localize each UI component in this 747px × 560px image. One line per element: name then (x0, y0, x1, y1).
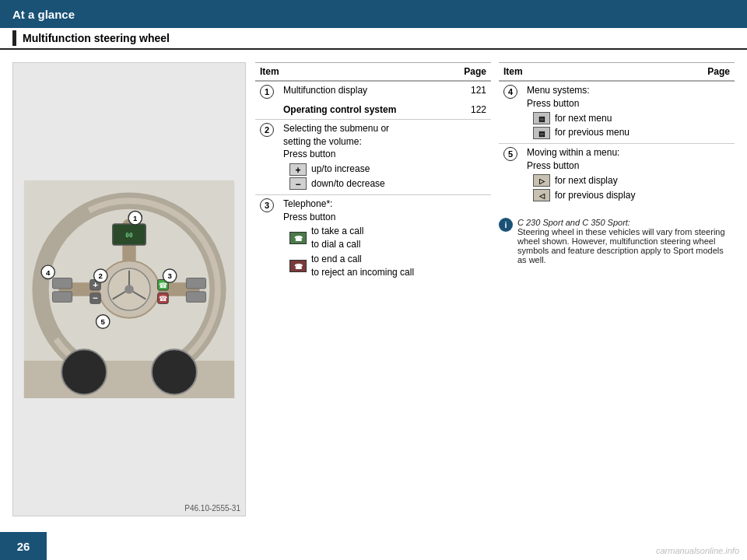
table-row: 2 Selecting the submenu orsetting the vo… (255, 119, 491, 194)
svg-rect-10 (53, 292, 72, 303)
right-table-section: Item Page 4 Menu systems:Press button ▤ (499, 62, 735, 516)
svg-point-34 (61, 349, 107, 394)
sub-item-next-menu: ▤ for next menu (527, 112, 698, 125)
left-col-page: Page (459, 63, 491, 82)
phone-green-label: to take a callto dial a call (311, 225, 363, 251)
svg-rect-33 (24, 361, 234, 398)
sub-header-title: Multifunction steering wheel (23, 32, 170, 44)
sub-header: Multifunction steering wheel (0, 28, 747, 50)
svg-text:☎: ☎ (159, 295, 167, 303)
plus-label: up/to increase (311, 163, 370, 176)
info-note: i C 230 Sport and C 350 Sport:Steering w… (499, 218, 735, 264)
minus-label: down/to decrease (311, 177, 385, 191)
phone-green-icon: ☎ (289, 232, 307, 244)
svg-rect-11 (186, 278, 205, 289)
next-menu-label: for next menu (555, 112, 612, 125)
steering-wheel-area: + − ☎ ☎ 00 1 2 3 4 5 (12, 62, 246, 516)
phone-red-icon: ☎ (289, 260, 307, 272)
svg-text:5: 5 (101, 317, 106, 326)
next-menu-icon: ▤ (533, 112, 550, 124)
item-num-5: 5 (499, 144, 522, 206)
page-header: At a glance (0, 0, 747, 28)
operating-control-page: 122 (459, 101, 491, 119)
svg-text:☎: ☎ (159, 282, 167, 289)
next-display-label: for next display (555, 174, 618, 187)
item-desc-3: Telephone*:Press button ☎ to take a call… (279, 194, 459, 282)
svg-text:−: − (93, 293, 98, 303)
item-num-1: 1 (255, 81, 279, 101)
right-table: Item Page 4 Menu systems:Press button ▤ (499, 62, 735, 205)
left-table: Item Page 1 Multifunction display 121 (255, 62, 491, 283)
info-icon: i (499, 218, 513, 232)
table-row: 1 Multifunction display 121 (255, 81, 491, 101)
svg-text:3: 3 (167, 271, 172, 280)
table-row: 5 Moving within a menu:Press button ▷ fo… (499, 144, 735, 206)
sub-item-plus: + up/to increase (283, 163, 454, 176)
header-title: At a glance (12, 8, 75, 21)
svg-rect-9 (53, 278, 72, 289)
sub-item-prev-menu: ▤ for previous menu (527, 126, 698, 139)
sub-item-next-display: ▷ for next display (527, 174, 698, 187)
plus-button-icon: + (289, 163, 307, 176)
left-col-item: Item (255, 63, 459, 82)
prev-menu-label: for previous menu (555, 126, 630, 139)
prev-display-label: for previous display (555, 189, 635, 202)
table-row: 3 Telephone*:Press button ☎ to take a ca… (255, 194, 491, 282)
main-content: + − ☎ ☎ 00 1 2 3 4 5 (0, 50, 747, 529)
table-row: Operating control system 122 (255, 101, 491, 119)
item-desc-5: Moving within a menu:Press button ▷ for … (522, 144, 703, 206)
sub-item-prev-display: ◁ for previous display (527, 189, 698, 202)
svg-rect-12 (186, 292, 205, 303)
svg-text:00: 00 (125, 232, 133, 239)
item-num-2: 2 (255, 119, 279, 194)
sub-item-minus: − down/to decrease (283, 177, 454, 191)
svg-text:1: 1 (133, 214, 138, 222)
phone-red-label: to end a callto reject an incoming call (311, 253, 414, 279)
next-display-icon: ▷ (533, 174, 550, 187)
steering-wheel-image: + − ☎ ☎ 00 1 2 3 4 5 (20, 180, 238, 398)
item-num-4: 4 (499, 81, 522, 144)
prev-menu-icon: ▤ (533, 127, 550, 139)
item-desc-4: Menu systems:Press button ▤ for next men… (522, 81, 703, 144)
svg-text:4: 4 (46, 268, 51, 277)
info-row: i C 230 Sport and C 350 Sport:Steering w… (499, 218, 735, 264)
sub-header-bar (12, 30, 16, 46)
info-text: C 230 Sport and C 350 Sport:Steering whe… (517, 218, 735, 264)
sub-item-phone-green: ☎ to take a callto dial a call (283, 225, 454, 251)
item-desc-1: Multifunction display (279, 81, 459, 101)
prev-display-icon: ◁ (533, 189, 550, 201)
item-page-1: 121 (459, 81, 491, 101)
svg-point-35 (152, 349, 197, 394)
right-col-page: Page (703, 63, 735, 82)
sub-item-phone-red: ☎ to end a callto reject an incoming cal… (283, 253, 454, 279)
tables-area: Item Page 1 Multifunction display 121 (255, 62, 735, 516)
left-table-section: Item Page 1 Multifunction display 121 (255, 62, 491, 516)
footer-page-number: 26 (0, 532, 47, 560)
item-num-3: 3 (255, 194, 279, 282)
photo-label: P46.10-2555-31 (184, 504, 240, 513)
minus-button-icon: − (289, 177, 307, 190)
item-desc-2: Selecting the submenu orsetting the volu… (279, 119, 459, 194)
svg-point-8 (124, 285, 134, 294)
operating-control-label: Operating control system (279, 101, 459, 119)
right-col-item: Item (499, 63, 703, 82)
watermark: carmanualsonline.info (656, 546, 739, 555)
table-row: 4 Menu systems:Press button ▤ for next m… (499, 81, 735, 144)
svg-text:2: 2 (99, 271, 103, 280)
